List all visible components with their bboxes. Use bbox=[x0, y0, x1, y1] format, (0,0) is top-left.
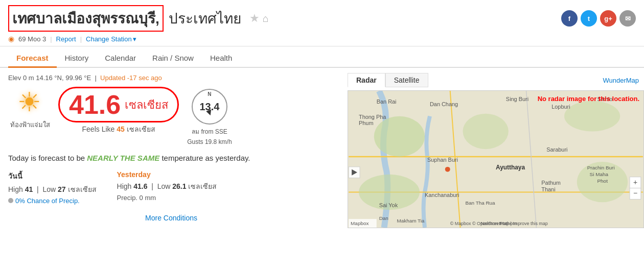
svg-text:Thong Pha: Thong Pha bbox=[359, 114, 386, 120]
svg-text:+: + bbox=[633, 178, 637, 186]
wind-direction-label: ลม from SSE bbox=[192, 127, 227, 136]
map-tab-radar[interactable]: Radar bbox=[348, 73, 385, 87]
sun-block: ☀ ท้องฟ้าแจ่มใส bbox=[8, 87, 50, 130]
svg-point-7 bbox=[463, 114, 508, 149]
compass-north: N bbox=[208, 91, 211, 97]
wundermap-link[interactable]: WunderMap bbox=[603, 77, 639, 84]
today-section: วันนี้ High 41 | Low 27 เซลเซียส 0% Chan… bbox=[8, 170, 97, 205]
svg-text:Dan Chang: Dan Chang bbox=[430, 101, 458, 107]
more-conditions-section: More Conditions bbox=[8, 214, 334, 222]
yesterday-low: 26.1 bbox=[172, 182, 186, 190]
svg-text:Phot: Phot bbox=[597, 178, 608, 184]
star-icon[interactable]: ★ bbox=[249, 12, 260, 25]
email-button[interactable]: ✉ bbox=[619, 10, 636, 27]
temp-oval: 41.6 เซลเซียส bbox=[58, 87, 179, 122]
page-header: เทศบาลเมืองสุพรรณบุรี, ประเทศไทย ★ ⌂ f t… bbox=[0, 0, 644, 46]
precip-dot-icon bbox=[8, 198, 13, 203]
svg-text:Si Maha: Si Maha bbox=[590, 171, 609, 177]
svg-text:Ban Tha Rua: Ban Tha Rua bbox=[465, 200, 495, 206]
yesterday-precip-label: Precip. 0 mm bbox=[117, 194, 156, 202]
temperature-value: 41.6 bbox=[69, 91, 121, 118]
longitude: 99.96 °E bbox=[65, 74, 91, 82]
updated-time: Updated -17 sec ago bbox=[100, 74, 162, 82]
tab-rain-snow[interactable]: Rain / Snow bbox=[144, 50, 202, 68]
svg-text:Sai Yok: Sai Yok bbox=[379, 202, 398, 208]
country-title: ประเทศไทย bbox=[169, 7, 241, 30]
wind-compass: N 13.4 ▲ bbox=[192, 89, 227, 125]
map-tab-bar: Radar Satellite WunderMap bbox=[348, 73, 639, 87]
home-icon[interactable]: ⌂ bbox=[263, 13, 269, 24]
tab-bar: Forecast History Calendar Rain / Snow He… bbox=[0, 50, 644, 68]
right-panel: Radar Satellite WunderMap No radar image… bbox=[342, 68, 644, 228]
today-low: 27 bbox=[58, 185, 66, 193]
svg-text:Suphan Buri: Suphan Buri bbox=[427, 157, 458, 163]
weather-block: ☀ ท้องฟ้าแจ่มใส 41.6 เซลเซียส Feels Like… bbox=[8, 87, 334, 145]
forecast-message: Today is forecast to be NEARLY THE SAME … bbox=[8, 153, 334, 164]
svg-text:Kanchanaburi: Kanchanaburi bbox=[425, 192, 459, 198]
tab-calendar[interactable]: Calendar bbox=[97, 50, 144, 68]
tab-history[interactable]: History bbox=[57, 50, 97, 68]
subtitle-row: ◉ 69 Moo 3 | Report | Change Station ▾ bbox=[8, 34, 636, 44]
more-conditions-link[interactable]: More Conditions bbox=[145, 214, 197, 222]
svg-text:Lopburi: Lopburi bbox=[551, 104, 570, 110]
temperature-unit: เซลเซียส bbox=[125, 96, 168, 114]
temperature-block: 41.6 เซลเซียส Feels Like 45 เซลเซียส bbox=[58, 87, 179, 135]
svg-text:Sing Buri: Sing Buri bbox=[506, 96, 528, 102]
yesterday-high-low: High 41.6 | Low 26.1 เซลเซียส bbox=[117, 181, 217, 192]
wind-block: N 13.4 ▲ ลม from SSE Gusts 19.8 km/h bbox=[187, 89, 232, 145]
today-high-low: High 41 | Low 27 เซลเซียส bbox=[8, 184, 97, 195]
svg-point-5 bbox=[374, 116, 425, 157]
svg-text:Makham Tia: Makham Tia bbox=[397, 218, 424, 224]
today-yesterday-section: วันนี้ High 41 | Low 27 เซลเซียส 0% Chan… bbox=[8, 170, 334, 205]
report-link[interactable]: Report bbox=[56, 35, 76, 43]
station-name: 69 Moo 3 bbox=[18, 35, 46, 43]
title-icons: ★ ⌂ bbox=[249, 12, 269, 25]
svg-text:Dan: Dan bbox=[379, 215, 388, 221]
svg-text:Prachin Buri: Prachin Buri bbox=[587, 165, 615, 170]
tab-health[interactable]: Health bbox=[202, 50, 240, 68]
svg-point-10 bbox=[445, 167, 450, 172]
latitude: 14.16 °N, bbox=[36, 74, 63, 82]
today-unit: เซลเซียส bbox=[68, 185, 97, 193]
svg-text:Saraburi: Saraburi bbox=[546, 146, 567, 153]
yesterday-precip: Precip. 0 mm bbox=[117, 194, 217, 202]
sky-label: ท้องฟ้าแจ่มใส bbox=[10, 119, 50, 130]
feels-like-value: 45 bbox=[117, 125, 125, 133]
radio-icon: ◉ bbox=[8, 35, 14, 43]
yesterday-title: Yesterday bbox=[117, 170, 217, 179]
svg-text:Thani: Thani bbox=[541, 186, 555, 192]
feels-like-unit: เซลเซียส bbox=[127, 125, 155, 133]
sun-icon: ☀ bbox=[17, 87, 41, 117]
svg-text:Phum: Phum bbox=[359, 120, 374, 126]
svg-text:Ayutthaya: Ayutthaya bbox=[496, 164, 525, 171]
main-content: Elev 0 m 14.16 °N, 99.96 °E | Updated -1… bbox=[0, 68, 644, 228]
today-title: วันนี้ bbox=[8, 170, 97, 182]
left-panel: Elev 0 m 14.16 °N, 99.96 °E | Updated -1… bbox=[0, 68, 342, 228]
yesterday-section: Yesterday High 41.6 | Low 26.1 เซลเซียส … bbox=[117, 170, 217, 205]
tab-forecast[interactable]: Forecast bbox=[8, 50, 57, 68]
yesterday-high: 41.6 bbox=[133, 182, 147, 190]
svg-point-8 bbox=[564, 101, 620, 132]
wind-gusts-label: Gusts 19.8 km/h bbox=[187, 138, 232, 145]
map-container: No radar image for this location. bbox=[348, 90, 644, 228]
feels-like: Feels Like 45 เซลเซียส bbox=[82, 123, 155, 135]
googleplus-button[interactable]: g+ bbox=[600, 10, 616, 27]
svg-text:Pathum: Pathum bbox=[541, 180, 561, 186]
chevron-down-icon: ▾ bbox=[133, 35, 136, 43]
svg-text:Mapbox: Mapbox bbox=[351, 220, 369, 226]
change-station-button[interactable]: Change Station ▾ bbox=[86, 35, 136, 43]
facebook-button[interactable]: f bbox=[561, 10, 578, 27]
map-svg: Thong Pha Phum Ban Rai Dan Chang Sing Bu… bbox=[348, 91, 643, 228]
svg-text:© Mapbox © OpenStreetMap | Imp: © Mapbox © OpenStreetMap | Improve this … bbox=[450, 221, 548, 226]
svg-text:−: − bbox=[633, 189, 637, 197]
forecast-highlight: NEARLY THE SAME bbox=[87, 154, 159, 162]
yesterday-unit: เซลเซียส bbox=[188, 182, 217, 190]
map-tab-satellite[interactable]: Satellite bbox=[385, 73, 428, 87]
today-high: 41 bbox=[25, 185, 33, 193]
elev-row: Elev 0 m 14.16 °N, 99.96 °E | Updated -1… bbox=[8, 74, 334, 82]
elevation: Elev 0 m bbox=[8, 74, 34, 82]
svg-text:Ban Rai: Ban Rai bbox=[377, 98, 397, 105]
title-row: เทศบาลเมืองสุพรรณบุรี, ประเทศไทย ★ ⌂ f t… bbox=[8, 5, 636, 32]
twitter-button[interactable]: t bbox=[581, 10, 597, 27]
precip-link[interactable]: 0% Chance of Precip. bbox=[15, 197, 80, 205]
